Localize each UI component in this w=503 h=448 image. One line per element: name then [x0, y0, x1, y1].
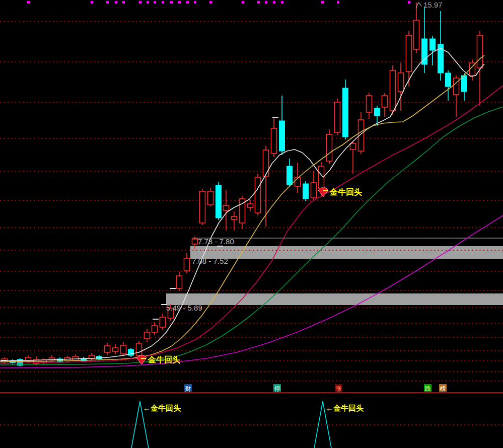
signal-marker-dot — [106, 1, 109, 4]
candle — [335, 99, 340, 135]
candle-body-up — [327, 134, 332, 161]
candle-body-down — [216, 185, 222, 218]
candle-body-down — [430, 39, 436, 50]
candle-body-down — [343, 88, 348, 137]
candle-body-up — [152, 326, 158, 332]
candle — [200, 189, 205, 225]
signal-marker-dot — [115, 1, 117, 4]
consolidation-band — [166, 293, 503, 305]
candle-body-up — [177, 276, 182, 288]
signal-marker-dot — [281, 1, 283, 4]
candle-body-up — [311, 183, 317, 198]
candle-body-up — [255, 177, 261, 213]
candle-body-up — [192, 239, 198, 244]
candle-body-up — [382, 96, 388, 107]
signal-marker-dot — [186, 1, 189, 4]
signal-marker-dot — [273, 1, 275, 4]
candle-body-up — [390, 70, 396, 111]
candle-body-up — [414, 20, 419, 49]
candle-body-down — [375, 108, 380, 116]
signal-marker-dot — [147, 1, 149, 4]
signal-pane-label: ←金牛回头 — [326, 404, 364, 412]
candle-body-up — [350, 143, 356, 150]
signal-marker-dot — [91, 1, 93, 4]
candle-body-down — [279, 121, 285, 151]
signal-marker-dot — [178, 1, 181, 4]
candle-body-up — [105, 346, 110, 352]
candle-body-up — [121, 345, 126, 354]
signal-marker-dot — [122, 1, 125, 4]
candle — [343, 80, 348, 139]
candle-body-up — [113, 348, 118, 351]
consolidation-band — [190, 246, 503, 259]
hotkey-item-榜[interactable]: 榜 — [439, 384, 447, 392]
candle-body-down — [287, 166, 293, 185]
hotkey-item-停[interactable]: 停 — [273, 384, 281, 392]
candle — [327, 129, 332, 164]
candle-body-up — [208, 191, 213, 205]
candle — [216, 182, 222, 220]
candle-body-up — [232, 216, 237, 219]
signal-marker-dot — [321, 1, 324, 4]
signal-marker-dot — [209, 1, 212, 4]
signal-marker-dot — [162, 1, 164, 4]
signal-marker-dot — [139, 1, 141, 4]
signal-marker-dot — [154, 1, 156, 4]
hotkey-item-涨[interactable]: 涨 — [335, 384, 342, 392]
candle — [303, 181, 309, 201]
candle-body-up — [263, 150, 269, 176]
price-range-label: 5.49 - 5.89 — [166, 304, 202, 312]
candle-body-up — [224, 205, 229, 210]
candle-body-up — [184, 258, 190, 271]
price-range-label: 7.08 - 7.52 — [192, 257, 228, 265]
candle-body-down — [303, 184, 309, 199]
signal-marker-dot — [194, 1, 196, 4]
signal-marker-dot — [170, 1, 173, 4]
signal-marker-dot — [27, 1, 30, 4]
signal-marker-dot — [337, 1, 339, 4]
signal-annotation-label: 金牛回头 — [148, 355, 180, 364]
signal-marker-dot — [265, 1, 267, 4]
candle-body-up — [398, 73, 404, 92]
candle — [18, 358, 23, 366]
hotkey-item-财[interactable]: 财 — [184, 384, 192, 392]
hotkey-item-跌[interactable]: 跌 — [424, 384, 432, 392]
price-range-label: 7.78 - 7.80 — [198, 237, 234, 246]
hotkey-label: 财 — [185, 385, 191, 392]
candle — [128, 348, 134, 357]
candle-body-up — [406, 35, 412, 71]
signal-marker-dot — [257, 1, 260, 4]
signal-marker-dot — [242, 1, 244, 4]
hotkey-label: 停 — [274, 385, 280, 392]
candle-body-up — [160, 317, 166, 327]
candle — [255, 174, 261, 215]
candle-body-up — [477, 35, 483, 68]
candle-body-up — [136, 344, 142, 356]
signal-marker-dot — [408, 1, 410, 4]
candle-body-up — [271, 128, 277, 154]
candle-body-up — [454, 78, 459, 95]
candle-body-up — [200, 191, 205, 223]
hotkey-label: 榜 — [440, 385, 446, 392]
candle-body-down — [462, 76, 467, 92]
hotkey-label: 跌 — [425, 385, 431, 392]
candle-body-down — [446, 73, 451, 87]
signal-pane-label: ←金牛回头 — [143, 404, 181, 412]
chart-canvas: 15.977.78 - 7.807.08 - 7.525.49 - 5.89金牛… — [0, 0, 503, 448]
candle-body-up — [367, 96, 372, 112]
candle — [390, 65, 396, 115]
stock-chart-app: 15.977.78 - 7.807.08 - 7.525.49 - 5.89金牛… — [0, 0, 503, 448]
candle-body-up — [73, 356, 79, 360]
high-price-label: 15.97 — [423, 1, 443, 9]
signal-annotation-label: 金牛回头 — [329, 188, 362, 196]
candle-body-up — [248, 204, 253, 207]
candle — [136, 341, 142, 357]
candle-body-up — [335, 102, 340, 132]
hotkey-label: 涨 — [335, 385, 342, 392]
candle-body-up — [145, 332, 150, 339]
